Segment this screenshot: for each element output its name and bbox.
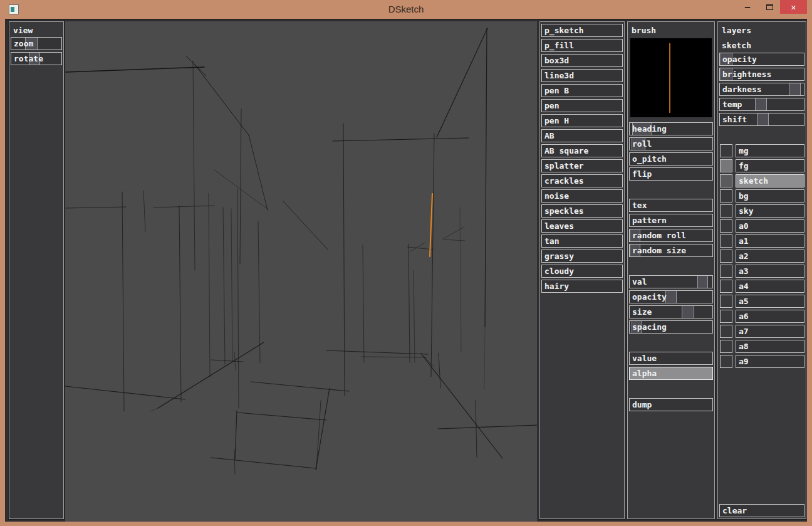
slider-handle[interactable] bbox=[697, 276, 708, 288]
slider-handle[interactable] bbox=[665, 291, 677, 303]
layer-button-fg[interactable]: fg bbox=[736, 159, 804, 172]
layer-slider-opacity[interactable]: opacity bbox=[719, 53, 804, 66]
brush-control-heading[interactable]: heading bbox=[629, 122, 713, 135]
layer-slider-darkness[interactable]: darkness bbox=[719, 83, 804, 96]
brush-panel: brush headingrollo_pitchfliptexpatternra… bbox=[627, 21, 715, 519]
layer-visibility-checkbox-fg[interactable] bbox=[720, 159, 732, 172]
layer-visibility-checkbox-a7[interactable] bbox=[720, 325, 732, 338]
layer-visibility-checkbox-a8[interactable] bbox=[720, 340, 732, 353]
maximize-button[interactable] bbox=[759, 0, 779, 14]
close-button[interactable]: ✕ bbox=[780, 0, 807, 14]
brush-control-val[interactable]: val bbox=[629, 275, 713, 288]
layer-button-a1[interactable]: a1 bbox=[736, 234, 804, 248]
button-label: a1 bbox=[739, 237, 749, 245]
tool-button-splatter[interactable]: splatter bbox=[541, 159, 623, 172]
sketch-stroke bbox=[237, 413, 326, 420]
brush-control-dump[interactable]: dump bbox=[629, 398, 713, 411]
layer-button-mg[interactable]: mg bbox=[736, 144, 804, 157]
drawing-canvas[interactable] bbox=[65, 21, 537, 522]
slider-handle[interactable] bbox=[789, 83, 801, 95]
tool-button-box3d[interactable]: box3d bbox=[541, 54, 623, 67]
button-label: p_sketch bbox=[544, 26, 584, 34]
layer-button-a2[interactable]: a2 bbox=[736, 250, 804, 263]
tool-button-leaves[interactable]: leaves bbox=[541, 219, 623, 233]
view-panel: view zoomrotate bbox=[9, 21, 64, 519]
brush-control-value[interactable]: value bbox=[629, 352, 713, 365]
layer-button-a9[interactable]: a9 bbox=[736, 355, 804, 368]
minimize-button[interactable]: – bbox=[738, 0, 757, 14]
slider-handle[interactable] bbox=[757, 113, 769, 125]
tool-button-pen-H[interactable]: pen H bbox=[541, 114, 623, 127]
brush-control-opacity[interactable]: opacity bbox=[629, 290, 713, 303]
layer-slider-shift[interactable]: shift bbox=[719, 113, 804, 126]
button-label: size bbox=[632, 308, 652, 316]
layer-visibility-checkbox-sketch[interactable] bbox=[720, 174, 732, 187]
sketch-stroke bbox=[223, 208, 225, 364]
tool-button-tan[interactable]: tan bbox=[541, 234, 623, 248]
layer-visibility-checkbox-a4[interactable] bbox=[720, 280, 732, 293]
layer-visibility-checkbox-a9[interactable] bbox=[720, 355, 732, 368]
layer-row-a2: a2 bbox=[720, 250, 804, 263]
tool-button-speckles[interactable]: speckles bbox=[541, 204, 623, 218]
brush-control-tex[interactable]: tex bbox=[629, 199, 713, 212]
button-label: random roll bbox=[632, 231, 686, 239]
layer-row-mg: mg bbox=[720, 144, 804, 157]
brush-control-o_pitch[interactable]: o_pitch bbox=[629, 152, 713, 166]
brush-control-random-roll[interactable]: random roll bbox=[629, 229, 713, 242]
layer-visibility-checkbox-sky[interactable] bbox=[720, 204, 732, 218]
layers-panel: layers sketch opacitybrightnessdarknesst… bbox=[717, 21, 806, 519]
layer-button-sketch[interactable]: sketch bbox=[736, 174, 804, 187]
brush-control-random-size[interactable]: random size bbox=[629, 244, 713, 257]
tool-button-noise[interactable]: noise bbox=[541, 189, 623, 203]
button-label: sketch bbox=[739, 177, 768, 185]
brush-control-size[interactable]: size bbox=[629, 305, 713, 318]
button-label: hairy bbox=[544, 282, 569, 290]
layer-visibility-checkbox-a5[interactable] bbox=[720, 295, 732, 308]
button-label: bg bbox=[739, 192, 749, 200]
tool-button-cloudy[interactable]: cloudy bbox=[541, 265, 623, 278]
slider-handle[interactable] bbox=[755, 98, 767, 110]
layer-row-a0: a0 bbox=[720, 219, 804, 233]
layer-visibility-checkbox-a6[interactable] bbox=[720, 310, 732, 323]
tool-button-pen-B[interactable]: pen B bbox=[541, 84, 623, 97]
layer-slider-temp[interactable]: temp bbox=[719, 98, 804, 111]
layer-slider-brightness[interactable]: brightness bbox=[719, 68, 804, 81]
tool-button-grassy[interactable]: grassy bbox=[541, 250, 623, 263]
brush-control-roll[interactable]: roll bbox=[629, 137, 713, 150]
brush-control-flip[interactable]: flip bbox=[629, 167, 713, 181]
tool-button-AB[interactable]: AB bbox=[541, 129, 623, 142]
layer-visibility-checkbox-a0[interactable] bbox=[720, 219, 732, 233]
layer-visibility-checkbox-bg[interactable] bbox=[720, 189, 732, 203]
layer-button-a8[interactable]: a8 bbox=[736, 340, 804, 353]
layer-button-a4[interactable]: a4 bbox=[736, 280, 804, 293]
clear-button[interactable]: clear bbox=[719, 504, 804, 517]
button-label: o_pitch bbox=[632, 155, 667, 163]
layer-visibility-checkbox-a1[interactable] bbox=[720, 234, 732, 248]
tool-button-hairy[interactable]: hairy bbox=[541, 280, 623, 293]
layer-button-a6[interactable]: a6 bbox=[736, 310, 804, 323]
layer-visibility-checkbox-a2[interactable] bbox=[720, 250, 732, 263]
layer-button-bg[interactable]: bg bbox=[736, 189, 804, 203]
sketch-stroke bbox=[437, 28, 487, 137]
layer-visibility-checkbox-a3[interactable] bbox=[720, 265, 732, 278]
brush-control-alpha[interactable]: alpha bbox=[629, 367, 713, 380]
layer-button-sky[interactable]: sky bbox=[736, 204, 804, 218]
layer-button-a7[interactable]: a7 bbox=[736, 325, 804, 338]
brush-control-pattern[interactable]: pattern bbox=[629, 214, 713, 227]
tool-button-AB-square[interactable]: AB square bbox=[541, 144, 623, 157]
layer-visibility-checkbox-mg[interactable] bbox=[720, 144, 732, 157]
layer-row-a8: a8 bbox=[720, 340, 804, 353]
tool-button-crackles[interactable]: crackles bbox=[541, 174, 623, 187]
layer-button-a3[interactable]: a3 bbox=[736, 265, 804, 278]
layer-button-a5[interactable]: a5 bbox=[736, 295, 804, 308]
layer-button-a0[interactable]: a0 bbox=[736, 219, 804, 233]
view-slider-zoom[interactable]: zoom bbox=[11, 37, 62, 50]
view-slider-rotate[interactable]: rotate bbox=[11, 52, 62, 65]
slider-handle[interactable] bbox=[682, 306, 694, 318]
tool-button-line3d[interactable]: line3d bbox=[541, 69, 623, 82]
brush-control-spacing[interactable]: spacing bbox=[629, 320, 713, 334]
tool-button-p_sketch[interactable]: p_sketch bbox=[541, 24, 623, 37]
tool-button-p_fill[interactable]: p_fill bbox=[541, 39, 623, 52]
tool-button-pen[interactable]: pen bbox=[541, 99, 623, 112]
button-label: box3d bbox=[544, 56, 569, 65]
